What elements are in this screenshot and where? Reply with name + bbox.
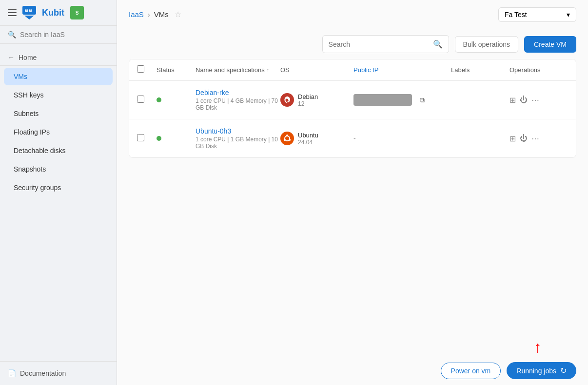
- status-running-dot: [157, 97, 161, 102]
- vm-spec-debian-rke: 1 core CPU | 4 GB Memory | 70 GB Disk: [196, 97, 280, 111]
- ubuntu-os-version: 24.04: [298, 139, 318, 146]
- status-running-dot: [157, 136, 161, 141]
- detachable-disks-label: Detachable disks: [14, 147, 66, 154]
- row-1-status: [157, 97, 196, 102]
- console-icon[interactable]: ⊞: [510, 96, 516, 105]
- table-header: Status Name and specifications ↑ OS Publ…: [129, 59, 576, 81]
- power-icon[interactable]: ⏻: [520, 96, 528, 104]
- search-icon: 🔍: [433, 39, 443, 49]
- row-2-os-cell: Ubuntu 24.04: [280, 132, 353, 146]
- row-2-ip-cell: -: [353, 134, 451, 143]
- kubit-logo-icon: ≋≋: [22, 6, 36, 19]
- row-1-ops-cell: ⊞ ⏻ ⋯: [510, 96, 568, 105]
- ssh-keys-label: SSH keys: [14, 91, 43, 99]
- doc-icon: 📄: [8, 369, 16, 377]
- sidebar-nav: ← Home VMs SSH keys Subnets Floating IPs…: [0, 44, 117, 361]
- row-1-ip-cell: ⧉: [353, 94, 451, 106]
- breadcrumb-parent[interactable]: IaaS: [129, 10, 144, 19]
- vms-label: VMs: [14, 73, 27, 80]
- sidebar-item-ssh-keys[interactable]: SSH keys: [4, 86, 113, 104]
- breadcrumb-separator: ›: [148, 10, 150, 19]
- select-all-checkbox[interactable]: [137, 65, 144, 73]
- ubuntu-os-icon: [280, 132, 294, 145]
- row-1-checkbox[interactable]: [137, 96, 144, 103]
- table-row: Ubuntu-0h3 1 core CPU | 1 GB Memory | 10…: [129, 119, 576, 157]
- content-area: Status Name and specifications ↑ OS Publ…: [117, 59, 588, 385]
- vm-name-debian-rke[interactable]: Debian-rke: [196, 89, 280, 96]
- chevron-down-icon: ▾: [567, 11, 570, 19]
- row-2-status: [157, 136, 196, 141]
- row-2-checkbox[interactable]: [137, 134, 144, 141]
- sidebar-header: ≋≋ Kubit S: [0, 0, 117, 26]
- status-column-header: Status: [157, 66, 196, 74]
- arrow-left-icon: ←: [8, 54, 15, 61]
- documentation-label: Documentation: [20, 369, 66, 377]
- vms-table: Status Name and specifications ↑ OS Publ…: [129, 59, 576, 158]
- console-icon[interactable]: ⊞: [510, 134, 516, 143]
- debian-os-version: 12: [298, 100, 318, 107]
- running-jobs-button[interactable]: Running jobs ↻: [507, 362, 576, 379]
- labels-column-header: Labels: [451, 66, 510, 74]
- sidebar-item-floating-ips[interactable]: Floating IPs: [4, 123, 113, 141]
- sidebar-search-icon: 🔍: [8, 31, 16, 38]
- row-2-name-cell: Ubuntu-0h3 1 core CPU | 1 GB Memory | 10…: [196, 127, 280, 150]
- topbar-right: Fa Test ▾: [498, 7, 576, 22]
- row-2-ops-cell: ⊞ ⏻ ⋯: [510, 134, 568, 143]
- select-all-cell: [137, 65, 157, 75]
- floating-ips-label: Floating IPs: [14, 128, 50, 136]
- bottom-bar: Power on vm Running jobs ↻: [117, 356, 588, 385]
- security-groups-label: Security groups: [14, 184, 61, 192]
- ip-bar: [353, 94, 412, 106]
- app-name: Kubit: [42, 8, 64, 18]
- create-vm-button[interactable]: Create VM: [524, 36, 576, 53]
- power-on-vm-button[interactable]: Power on vm: [441, 363, 501, 379]
- snapshots-label: Snapshots: [14, 165, 46, 173]
- sidebar-search-input[interactable]: [20, 31, 109, 38]
- sidebar: ≋≋ Kubit S 🔍 ← Home VMs SSH keys Subnets…: [0, 0, 117, 385]
- os-column-header: OS: [280, 66, 353, 74]
- sidebar-item-detachable-disks[interactable]: Detachable disks: [4, 142, 113, 159]
- sidebar-item-vms[interactable]: VMs: [4, 68, 113, 85]
- debian-os-icon: [280, 93, 294, 107]
- copy-icon[interactable]: ⧉: [420, 96, 425, 104]
- main-content: IaaS › VMs ☆ Fa Test ▾ 🔍 Bulk operations…: [117, 0, 588, 385]
- subnets-label: Subnets: [14, 110, 39, 117]
- svg-point-6: [289, 139, 291, 141]
- favorite-icon[interactable]: ☆: [175, 10, 181, 19]
- bulk-operations-button[interactable]: Bulk operations: [455, 36, 519, 53]
- refresh-icon: ↻: [560, 366, 567, 375]
- ubuntu-os-name: Ubuntu: [298, 132, 318, 139]
- project-value: Fa Test: [505, 11, 527, 19]
- toolbar: 🔍 Bulk operations Create VM: [117, 29, 588, 59]
- svg-point-5: [286, 135, 288, 136]
- sidebar-item-home[interactable]: ← Home: [0, 50, 117, 66]
- ip-dash: -: [353, 135, 356, 142]
- more-options-icon[interactable]: ⋯: [531, 134, 539, 143]
- home-label: Home: [19, 54, 37, 61]
- search-box: 🔍: [322, 35, 449, 53]
- breadcrumb: IaaS › VMs ☆: [129, 10, 181, 19]
- debian-os-name: Debian: [298, 93, 318, 100]
- sidebar-item-security-groups[interactable]: Security groups: [4, 179, 113, 196]
- power-icon[interactable]: ⏻: [520, 134, 528, 143]
- row-1-name-cell: Debian-rke 1 core CPU | 4 GB Memory | 70…: [196, 89, 280, 111]
- svg-point-7: [284, 139, 286, 141]
- name-column-header[interactable]: Name and specifications ↑: [196, 66, 280, 74]
- table-row: Debian-rke 1 core CPU | 4 GB Memory | 70…: [129, 81, 576, 119]
- more-options-icon[interactable]: ⋯: [531, 96, 539, 105]
- row-1-checkbox-cell: [137, 96, 157, 105]
- vm-name-ubuntu-0h3[interactable]: Ubuntu-0h3: [196, 127, 280, 135]
- sidebar-search-container: 🔍: [0, 26, 117, 44]
- documentation-link[interactable]: 📄 Documentation: [0, 361, 117, 385]
- public-ip-column-header: Public IP: [353, 66, 451, 74]
- sidebar-item-subnets[interactable]: Subnets: [4, 105, 113, 122]
- operations-column-header: Operations: [510, 66, 568, 74]
- project-selector[interactable]: Fa Test ▾: [498, 7, 576, 22]
- sidebar-item-snapshots[interactable]: Snapshots: [4, 160, 113, 178]
- second-app-icon: S: [70, 6, 84, 19]
- search-input[interactable]: [329, 40, 429, 48]
- svg-text:≋≋: ≋≋: [24, 8, 32, 13]
- breadcrumb-current: VMs: [154, 10, 169, 19]
- hamburger-icon[interactable]: [8, 9, 17, 16]
- row-1-os-cell: Debian 12: [280, 93, 353, 107]
